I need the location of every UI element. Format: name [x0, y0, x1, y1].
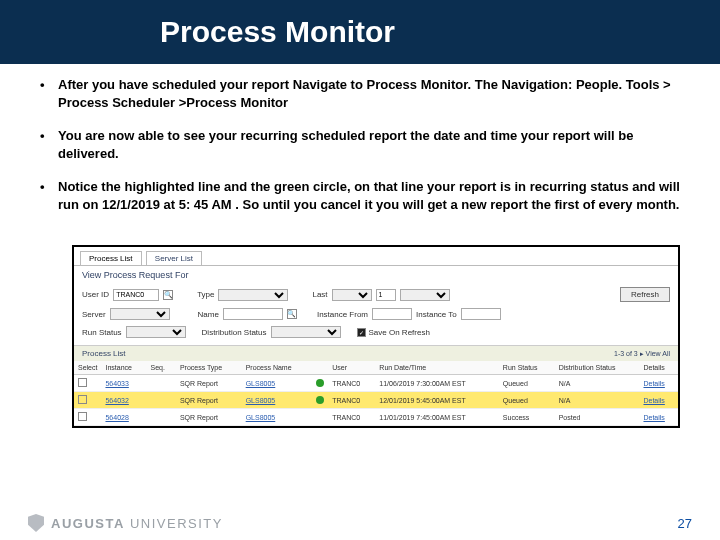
pname-link[interactable]: GLS8005: [242, 409, 313, 426]
list-item: • After you have scheduled your report N…: [40, 76, 680, 111]
userid-label: User ID: [82, 290, 109, 299]
refresh-button[interactable]: Refresh: [620, 287, 670, 302]
col-runstatus: Run Status: [499, 361, 555, 375]
col-select: Select: [74, 361, 101, 375]
list-item: • Notice the highlighted line and the gr…: [40, 178, 680, 213]
ptype-cell: SQR Report: [176, 392, 242, 409]
col-seq: Seq.: [147, 361, 176, 375]
col-rundate: Run Date/Time: [375, 361, 499, 375]
server-select[interactable]: [110, 308, 170, 320]
logo-text: AUGUSTA UNIVERSITY: [51, 516, 223, 531]
runstatus-cell: Success: [499, 409, 555, 426]
runstatus-cell: Queued: [499, 375, 555, 392]
recurring-icon: [316, 396, 324, 404]
diststatus-select[interactable]: [271, 326, 341, 338]
runstatus-cell: Queued: [499, 392, 555, 409]
augusta-logo: AUGUSTA UNIVERSITY: [28, 514, 223, 532]
last-label: Last: [312, 290, 327, 299]
server-label: Server: [82, 310, 106, 319]
lookup-icon[interactable]: 🔍: [163, 290, 173, 300]
instance-link[interactable]: 564033: [101, 375, 146, 392]
slide-footer: AUGUSTA UNIVERSITY 27: [0, 514, 720, 532]
slide-header: Process Monitor: [0, 0, 720, 64]
tab-bar: Process List Server List: [74, 247, 678, 266]
process-monitor-screenshot: Process List Server List View Process Re…: [72, 245, 680, 428]
instance-from-input[interactable]: [372, 308, 412, 320]
instance-link[interactable]: 564032: [101, 392, 146, 409]
col-status-icon: [312, 361, 328, 375]
row-checkbox[interactable]: [78, 412, 87, 421]
view-request-label: View Process Request For: [74, 266, 678, 284]
rundate-cell: 11/06/2019 7:30:00AM EST: [375, 375, 499, 392]
slide-body: • After you have scheduled your report N…: [0, 64, 720, 239]
diststatus-cell: N/A: [555, 392, 640, 409]
pname-link[interactable]: GLS8005: [242, 375, 313, 392]
col-instance: Instance: [101, 361, 146, 375]
userid-input[interactable]: [113, 289, 159, 301]
instance-link[interactable]: 564028: [101, 409, 146, 426]
user-cell: TRANC0: [328, 375, 375, 392]
type-label: Type: [197, 290, 214, 299]
list-item: • You are now able to see your recurring…: [40, 127, 680, 162]
seq-cell: [147, 392, 176, 409]
process-table: Select Instance Seq. Process Type Proces…: [74, 361, 678, 426]
recurring-icon: [316, 379, 324, 387]
col-ptype: Process Type: [176, 361, 242, 375]
bullet-text: Notice the highlighted line and the gree…: [58, 178, 680, 213]
seq-cell: [147, 409, 176, 426]
logo-sub: UNIVERSITY: [125, 516, 223, 531]
details-link[interactable]: Details: [639, 392, 678, 409]
ptype-cell: SQR Report: [176, 409, 242, 426]
page-title: Process Monitor: [160, 15, 395, 49]
bullet-text: You are now able to see your recurring s…: [58, 127, 680, 162]
last-unit-select[interactable]: [400, 289, 450, 301]
logo-main: AUGUSTA: [51, 516, 125, 531]
table-header: Select Instance Seq. Process Type Proces…: [74, 361, 678, 375]
status-icon-cell: [312, 409, 328, 426]
bullet-marker: •: [40, 127, 58, 162]
filter-row-3: Run Status Distribution Status ✓ Save On…: [74, 323, 678, 341]
process-list-label: Process List: [82, 349, 126, 358]
last-value-input[interactable]: [376, 289, 396, 301]
bullet-list: • After you have scheduled your report N…: [40, 76, 680, 213]
page-number: 27: [678, 516, 692, 531]
tab-server-list[interactable]: Server List: [146, 251, 202, 265]
table-row: 564032SQR ReportGLS8005TRANC012/01/2019 …: [74, 392, 678, 409]
col-pname: Process Name: [242, 361, 313, 375]
runstatus-select[interactable]: [126, 326, 186, 338]
grid-nav[interactable]: 1-3 of 3 ▸ View All: [614, 350, 670, 358]
filter-row-2: Server Name 🔍 Instance From Instance To: [74, 305, 678, 323]
details-link[interactable]: Details: [639, 409, 678, 426]
status-icon-cell: [312, 375, 328, 392]
diststatus-cell: N/A: [555, 375, 640, 392]
diststatus-label: Distribution Status: [202, 328, 267, 337]
filter-row-1: User ID 🔍 Type Last Refresh: [74, 284, 678, 305]
tab-process-list[interactable]: Process List: [80, 251, 142, 265]
pname-link[interactable]: GLS8005: [242, 392, 313, 409]
user-cell: TRANC0: [328, 392, 375, 409]
diststatus-cell: Posted: [555, 409, 640, 426]
col-details: Details: [639, 361, 678, 375]
instance-from-label: Instance From: [317, 310, 368, 319]
lookup-icon[interactable]: 🔍: [287, 309, 297, 319]
col-user: User: [328, 361, 375, 375]
process-list-bar: Process List 1-3 of 3 ▸ View All: [74, 345, 678, 361]
seq-cell: [147, 375, 176, 392]
details-link[interactable]: Details: [639, 375, 678, 392]
ptype-cell: SQR Report: [176, 375, 242, 392]
bullet-marker: •: [40, 76, 58, 111]
instance-to-label: Instance To: [416, 310, 457, 319]
rundate-cell: 12/01/2019 5:45:00AM EST: [375, 392, 499, 409]
table-row: 564033SQR ReportGLS8005TRANC011/06/2019 …: [74, 375, 678, 392]
save-on-refresh-label: Save On Refresh: [369, 328, 430, 337]
instance-to-input[interactable]: [461, 308, 501, 320]
type-select[interactable]: [218, 289, 288, 301]
row-checkbox[interactable]: [78, 378, 87, 387]
rundate-cell: 11/01/2019 7:45:00AM EST: [375, 409, 499, 426]
col-diststatus: Distribution Status: [555, 361, 640, 375]
last-select[interactable]: [332, 289, 372, 301]
name-input[interactable]: [223, 308, 283, 320]
bullet-marker: •: [40, 178, 58, 213]
row-checkbox[interactable]: [78, 395, 87, 404]
save-on-refresh-checkbox[interactable]: ✓ Save On Refresh: [357, 328, 430, 337]
